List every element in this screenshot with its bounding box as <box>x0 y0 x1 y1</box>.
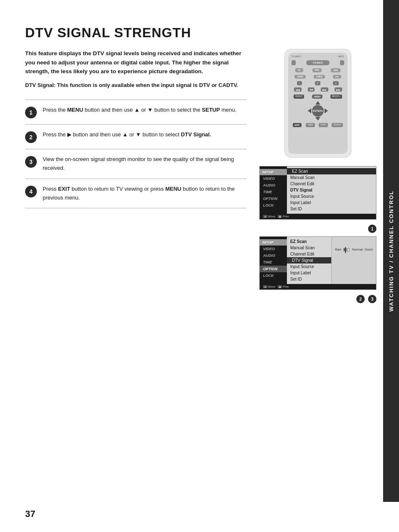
step-number-4: 4 <box>25 186 37 197</box>
menu2-right-dtvsignal: DTV Signal <box>287 257 331 263</box>
remote-vol-down: - <box>297 81 302 85</box>
remote-nav-middle: ENTER⊙ <box>308 105 328 117</box>
move2-label: Move <box>268 285 275 288</box>
remote-top-row: TV INPUT INPUT <box>288 53 348 59</box>
menu2-right-channeledit: Channel Edit <box>290 251 328 257</box>
remote-container: TV INPUT INPUT POWER TV DVD VCR <box>259 49 376 158</box>
signal-good-label: Good <box>364 248 373 251</box>
right-column: TV INPUT INPUT POWER TV DVD VCR <box>259 49 376 307</box>
remote-tv-input-label: TV INPUT <box>292 55 301 58</box>
signal-bad-label: Bad <box>335 248 341 251</box>
remote-audio-btn: AUDIO <box>294 75 306 79</box>
step-ref-3: 3 <box>368 295 376 303</box>
menu-screenshot-1-inner: SETUP VIDEO AUDIO TIME OPTION LOCK EZ Sc… <box>260 166 376 214</box>
menu-footer-1: ⊕ Move ▣ Prev <box>260 214 376 219</box>
step-ref-2: 2 <box>356 295 365 303</box>
signal-panel: Bad Normal Good <box>332 237 376 284</box>
menu-footer2-move: ⊕ Move <box>263 285 275 288</box>
signal-normal-label: Normal <box>352 248 363 251</box>
remote-bottom-row: EXIT TIMER RATIO DISPLAY <box>288 122 348 128</box>
step-number-1: 1 <box>25 107 37 118</box>
step-ref-1: 1 <box>368 225 376 233</box>
remote-display-btn: DISPLAY <box>332 123 343 127</box>
signal-indicator <box>345 247 346 253</box>
intro-paragraph1: This feature displays the DTV signal lev… <box>25 49 247 76</box>
menu-left-option: OPTION <box>260 195 287 202</box>
remote-enter-button: ENTER⊙ <box>312 105 324 117</box>
remote-ch-up: ▶▶ <box>335 87 342 92</box>
remote-control: TV INPUT INPUT POWER TV DVD VCR <box>284 49 351 158</box>
menu-left-setup: SETUP <box>260 169 287 175</box>
step-1: 1 Press the MENU button and then use ▲ o… <box>25 100 247 124</box>
step-3: 3 View the on-screen signal strength mon… <box>25 149 247 179</box>
menu-left-video: VIDEO <box>260 175 287 182</box>
menu-right-manualscan: Manual Scan <box>290 174 373 181</box>
move-icon: ⊕ <box>263 215 267 218</box>
remote-tv-input-btn <box>292 60 296 65</box>
intro-paragraph2: DTV Signal: This function is only availa… <box>25 81 247 90</box>
remote-input-label: INPUT <box>338 55 344 58</box>
remote-input-btn <box>340 60 344 65</box>
menu2-left-setup: SETUP <box>260 239 287 246</box>
move2-icon: ⊕ <box>263 285 267 288</box>
remote-bright-btn: BRIGHT <box>294 95 304 99</box>
prev-icon: ▣ <box>278 215 282 218</box>
remote-bright2-btn: BRIGHT+ <box>330 95 342 99</box>
remote-timer-btn: TIMER <box>306 123 315 127</box>
menu-screenshot-1: SETUP VIDEO AUDIO TIME OPTION LOCK EZ Sc… <box>259 166 376 220</box>
menu2-left-lock: LOCK <box>260 272 287 279</box>
remote-fwd: ▶▶ <box>321 87 328 92</box>
remote-list: ◀◀ <box>308 87 315 92</box>
menu2-right-manualscan: Manual Scan <box>290 245 328 251</box>
remote-right-arrow <box>325 108 328 113</box>
remote-mute: II <box>315 81 320 85</box>
step-number-3: 3 <box>25 156 37 168</box>
menu2-left-video: VIDEO <box>260 246 287 252</box>
remote-up-arrow <box>315 101 320 105</box>
menu2-right-area: EZ Scan Manual Scan Channel Edit DTV Sig… <box>287 237 376 284</box>
menu-right-channeledit: Channel Edit <box>290 181 373 187</box>
remote-tv-btn: TV <box>295 68 303 72</box>
move-label: Move <box>268 215 275 218</box>
step-text-2: Press the ▶ button and then use ▲ or ▼ b… <box>43 130 247 139</box>
menu-right-setid: Set ID <box>290 206 373 212</box>
remote-power-button: POWER <box>306 60 329 65</box>
remote-cable-btn: CABLE <box>314 75 325 79</box>
remote-down-arrow <box>315 117 320 120</box>
menu-right-panel-2: EZ Scan Manual Scan Channel Edit DTV Sig… <box>287 237 332 284</box>
step-number-2: 2 <box>25 131 37 143</box>
remote-dvd-btn: DVD <box>312 68 322 72</box>
remote-vcr-btn: VCR <box>331 68 340 72</box>
menu-footer-move: ⊕ Move <box>263 215 275 218</box>
menu-right-ezscan: EZ Scan <box>287 168 376 174</box>
menu-screenshot-2: SETUP VIDEO AUDIO TIME OPTION LOCK EZ Sc… <box>259 236 376 290</box>
remote-atv-btn: ATB <box>333 75 341 79</box>
menu-left-time: TIME <box>260 189 287 195</box>
sidebar-text: WATCHING TV / CHANNEL CONTROL <box>388 190 394 312</box>
menu2-right-setid: Set ID <box>290 276 328 282</box>
menu-left-panel-2: SETUP VIDEO AUDIO TIME OPTION LOCK <box>260 237 287 284</box>
menu2-left-audio: AUDIO <box>260 252 287 259</box>
menu-right-dtvsignal: DTV Signal <box>290 187 373 193</box>
left-column: This feature displays the DTV signal lev… <box>25 49 247 307</box>
remote-exit-button: EXIT <box>293 123 302 127</box>
content-layout: This feature displays the DTV signal lev… <box>25 49 378 307</box>
step-2: 2 Press the ▶ button and then use ▲ or ▼… <box>25 124 247 149</box>
prev2-icon: ▣ <box>278 285 282 288</box>
menu2-left-option: OPTION <box>260 266 287 272</box>
menu2-left-time: TIME <box>260 259 287 266</box>
page-title: DTV SIGNAL STRENGTH <box>25 25 378 41</box>
menu-left-panel-1: SETUP VIDEO AUDIO TIME OPTION LOCK <box>260 166 287 214</box>
menu-screenshot-2-inner: SETUP VIDEO AUDIO TIME OPTION LOCK EZ Sc… <box>260 237 376 284</box>
page-container: WATCHING TV / CHANNEL CONTROL DTV SIGNAL… <box>0 0 399 532</box>
remote-ch-down: ◀◀ <box>294 87 302 92</box>
prev2-label: Prev <box>283 285 289 288</box>
menu-left-audio: AUDIO <box>260 182 287 189</box>
remote-btn-row2: AUDIO CABLE ATB <box>288 74 348 79</box>
remote-ratio-btn: RATIO <box>319 123 327 127</box>
page-number: 37 <box>25 509 35 519</box>
menu-footer-prev: ▣ Prev <box>278 215 289 218</box>
menu2-right-ezscan: EZ Scan <box>290 238 328 245</box>
remote-left-arrow <box>308 108 311 113</box>
menu2-right-inputsource: Input Source <box>290 263 328 270</box>
